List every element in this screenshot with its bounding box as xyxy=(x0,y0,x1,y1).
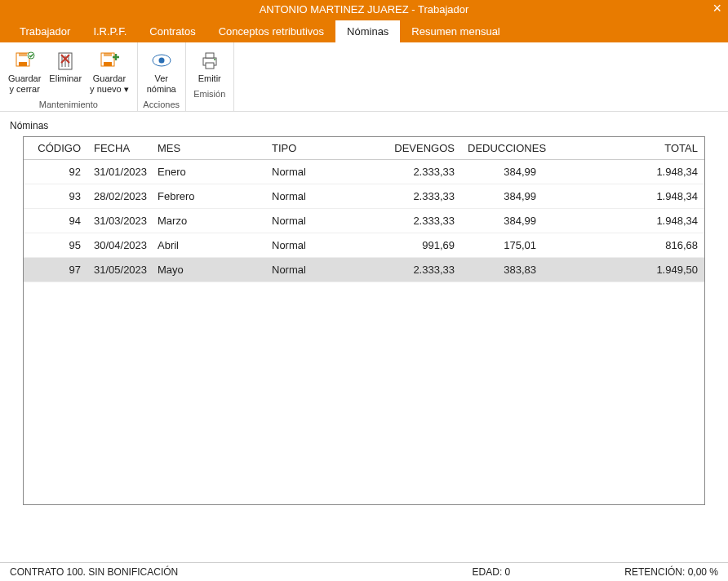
cell: Normal xyxy=(265,258,388,282)
cell: 1.948,34 xyxy=(543,160,704,184)
cell: 991,69 xyxy=(388,233,461,258)
table-row[interactable]: 9431/03/2023MarzoNormal2.333,33384,991.9… xyxy=(24,209,704,233)
tab-strip: TrabajadorI.R.P.F.ContratosConceptos ret… xyxy=(0,18,728,42)
cell: 2.333,33 xyxy=(388,209,461,233)
save_new-icon xyxy=(98,49,121,72)
table-row[interactable]: 9328/02/2023FebreroNormal2.333,33384,991… xyxy=(24,184,704,209)
ribbon-guardar-button[interactable]: Guardary nuevo ▾ xyxy=(87,46,132,98)
svg-rect-9 xyxy=(104,62,112,66)
tab-conceptos-retributivos[interactable]: Conceptos retributivos xyxy=(207,20,335,42)
ribbon-group-mantenimiento: Guardary cerrarEliminarGuardary nuevo ▾M… xyxy=(0,42,138,111)
print-icon xyxy=(198,49,221,72)
col-total[interactable]: TOTAL xyxy=(543,137,704,160)
cell: 31/05/2023 xyxy=(87,258,151,282)
cell: Normal xyxy=(265,209,388,233)
close-icon[interactable]: × xyxy=(712,0,721,16)
ribbon-group-title: Emisión xyxy=(193,89,225,99)
cell: Mayo xyxy=(151,258,265,282)
save_close-icon xyxy=(13,49,36,72)
svg-rect-15 xyxy=(206,63,214,69)
svg-rect-14 xyxy=(206,53,214,58)
cell: 1.948,34 xyxy=(543,184,704,209)
status-age: EDAD: 0 xyxy=(473,566,511,578)
col-deducciones[interactable]: DEDUCCIONES xyxy=(461,137,543,160)
cell: Normal xyxy=(265,233,388,258)
cell: Marzo xyxy=(151,209,265,233)
ribbon-group-title: Acciones xyxy=(143,100,180,109)
cell: 2.333,33 xyxy=(388,258,461,282)
col-devengos[interactable]: DEVENGOS xyxy=(388,137,461,160)
ribbon-group-title: Mantenimiento xyxy=(39,100,98,109)
window-title: ANTONIO MARTINEZ JUAREZ - Trabajador xyxy=(260,3,469,16)
svg-point-12 xyxy=(158,58,164,64)
ribbon-item-label: Vernómina xyxy=(147,73,176,95)
col-tipo[interactable]: TIPO xyxy=(265,137,388,160)
cell: 95 xyxy=(24,233,87,258)
ribbon: Guardary cerrarEliminarGuardary nuevo ▾M… xyxy=(0,42,728,112)
cell: 92 xyxy=(24,160,87,184)
cell: 384,99 xyxy=(461,209,543,233)
tab-n-minas[interactable]: Nóminas xyxy=(335,20,400,42)
table-row[interactable]: 9231/01/2023EneroNormal2.333,33384,991.9… xyxy=(24,160,704,184)
cell: 31/03/2023 xyxy=(87,209,151,233)
ribbon-emitir-button[interactable]: Emitir xyxy=(191,46,229,87)
cell: 1.949,50 xyxy=(543,258,704,282)
tab-trabajador[interactable]: Trabajador xyxy=(8,20,82,42)
cell: 2.333,33 xyxy=(388,184,461,209)
svg-point-16 xyxy=(214,59,215,60)
cell: Febrero xyxy=(151,184,265,209)
ribbon-group-acciones: VernóminaAcciones xyxy=(138,42,186,111)
cell: 97 xyxy=(24,258,87,282)
delete-icon xyxy=(54,49,77,72)
ribbon-item-label: Eliminar xyxy=(49,73,82,84)
cell: Normal xyxy=(265,160,388,184)
cell: 175,01 xyxy=(461,233,543,258)
cell: 2.333,33 xyxy=(388,160,461,184)
cell: 30/04/2023 xyxy=(87,233,151,258)
section-label: Nóminas xyxy=(0,112,728,136)
cell: 816,68 xyxy=(543,233,704,258)
cell: Abril xyxy=(151,233,265,258)
ribbon-item-label: Guardary nuevo ▾ xyxy=(90,73,129,95)
tab-i-r-p-f-[interactable]: I.R.P.F. xyxy=(82,20,138,42)
table-body: 9231/01/2023EneroNormal2.333,33384,991.9… xyxy=(24,160,704,282)
cell: 384,99 xyxy=(461,184,543,209)
view-icon xyxy=(150,49,173,72)
ribbon-item-label: Emitir xyxy=(198,73,221,84)
title-bar: ANTONIO MARTINEZ JUAREZ - Trabajador × xyxy=(0,0,728,18)
status-bar: CONTRATO 100. SIN BONIFICACIÓN EDAD: 0 R… xyxy=(0,562,728,581)
ribbon-ver-button[interactable]: Vernómina xyxy=(143,46,180,98)
cell: Normal xyxy=(265,184,388,209)
cell: 94 xyxy=(24,209,87,233)
payslip-table: CÓDIGOFECHAMESTIPODEVENGOSDEDUCCIONESTOT… xyxy=(24,137,704,282)
ribbon-item-label: Guardary cerrar xyxy=(8,73,41,95)
ribbon-eliminar-button[interactable]: Eliminar xyxy=(46,46,85,98)
tab-resumen-mensual[interactable]: Resumen mensual xyxy=(400,20,511,42)
table-row[interactable]: 9530/04/2023AbrilNormal991,69175,01816,6… xyxy=(24,233,704,258)
payslip-table-container: CÓDIGOFECHAMESTIPODEVENGOSDEDUCCIONESTOT… xyxy=(23,136,705,505)
status-contract: CONTRATO 100. SIN BONIFICACIÓN xyxy=(10,566,178,578)
col-código[interactable]: CÓDIGO xyxy=(24,137,87,160)
ribbon-group-emisión: EmitirEmisión xyxy=(186,42,234,111)
cell: 93 xyxy=(24,184,87,209)
cell: 383,83 xyxy=(461,258,543,282)
col-fecha[interactable]: FECHA xyxy=(87,137,151,160)
svg-rect-2 xyxy=(19,53,27,56)
svg-rect-10 xyxy=(104,53,112,56)
cell: Enero xyxy=(151,160,265,184)
svg-rect-1 xyxy=(19,62,27,66)
col-mes[interactable]: MES xyxy=(151,137,265,160)
ribbon-guardar-button[interactable]: Guardary cerrar xyxy=(5,46,44,98)
cell: 31/01/2023 xyxy=(87,160,151,184)
tab-contratos[interactable]: Contratos xyxy=(138,20,206,42)
cell: 28/02/2023 xyxy=(87,184,151,209)
table-header-row: CÓDIGOFECHAMESTIPODEVENGOSDEDUCCIONESTOT… xyxy=(24,137,704,160)
cell: 384,99 xyxy=(461,160,543,184)
cell: 1.948,34 xyxy=(543,209,704,233)
status-retention: RETENCIÓN: 0,00 % xyxy=(624,566,718,578)
table-row[interactable]: 9731/05/2023MayoNormal2.333,33383,831.94… xyxy=(24,258,704,282)
